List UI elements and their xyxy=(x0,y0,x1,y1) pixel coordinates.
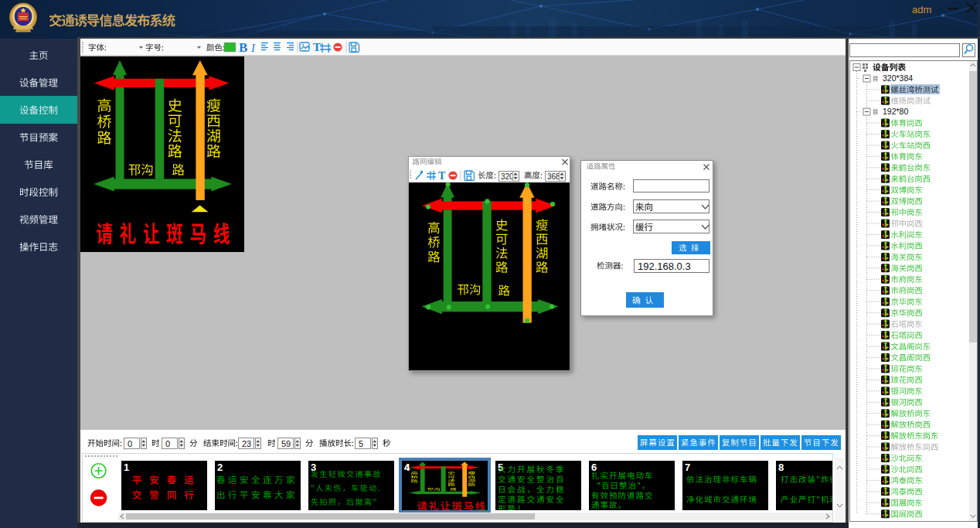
svg-text:T: T xyxy=(438,170,446,182)
svg-text:T: T xyxy=(313,41,321,53)
svg-text:I: I xyxy=(250,42,256,54)
svg-text:B: B xyxy=(239,40,247,55)
